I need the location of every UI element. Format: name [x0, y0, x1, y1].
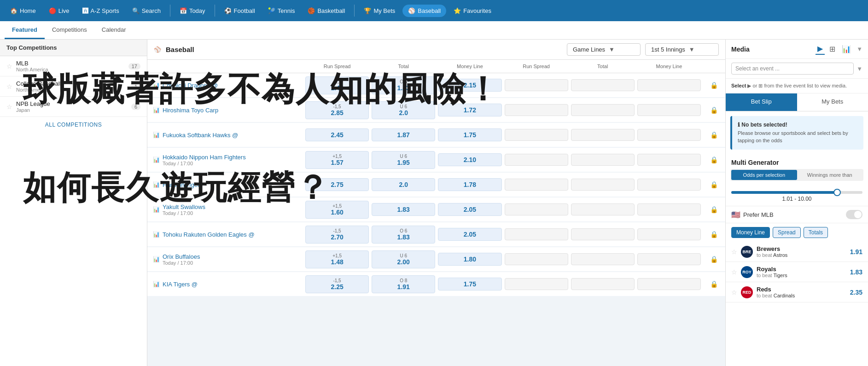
stats-icon[interactable]: 📊	[153, 157, 160, 163]
team-odds[interactable]: 1.91	[850, 248, 862, 256]
odds-button[interactable]: 1.80	[438, 253, 501, 266]
odds-value: 1.87	[374, 131, 433, 139]
odds-button[interactable]: 2.0	[372, 178, 435, 191]
odds-locked	[637, 154, 701, 166]
odds-locked	[505, 228, 568, 240]
tab-calendar[interactable]: Calendar	[94, 22, 134, 39]
football-icon: ⚽	[224, 7, 232, 14]
odds-button[interactable]: 1.87	[372, 128, 435, 141]
odds-button[interactable]: 2.15	[438, 79, 501, 92]
odds-button[interactable]: 1.83	[372, 203, 435, 216]
team-star-icon[interactable]: ☆	[731, 289, 737, 296]
odds-button[interactable]: U 6 1.95	[372, 151, 435, 169]
market-btn-money-line[interactable]: Money Line	[731, 227, 770, 238]
odds-locked	[505, 154, 568, 166]
innings-dropdown[interactable]: 1st 5 Innings ▼	[645, 43, 719, 56]
match-name[interactable]: Tohoku Rakuten Golden Eagles @	[163, 231, 255, 238]
nav-az-sports[interactable]: 🅰 A-Z Sports	[77, 5, 125, 17]
odds-button[interactable]: 2.05	[438, 228, 501, 241]
all-competitions-link[interactable]: ALL COMPETITIONS	[0, 117, 147, 133]
odds-button[interactable]: +1,5 1.60	[305, 201, 369, 219]
stats-icon[interactable]: 📊	[153, 231, 160, 238]
odds-button[interactable]: O 6 1.83	[372, 76, 435, 94]
odds-button[interactable]: U 6 2.00	[372, 250, 435, 268]
match-name[interactable]: Fukuoka Softbank Hawks @	[163, 132, 238, 139]
sidebar-item-mlb[interactable]: ☆ MLB North America 17	[0, 56, 147, 76]
odds-button[interactable]: -1,5 2.25	[305, 275, 369, 293]
odds-locked	[505, 278, 568, 290]
odds-button[interactable]: 2.45	[305, 128, 369, 141]
nav-favourites[interactable]: ⭐ Favourites	[448, 5, 497, 17]
odds-button[interactable]: -1,5 2.85	[305, 101, 369, 119]
game-lines-dropdown[interactable]: Game Lines ▼	[567, 43, 641, 56]
nav-baseball[interactable]: ⚾ Baseball	[402, 5, 446, 17]
stats-icon[interactable]: 📊	[153, 82, 160, 88]
nav-tennis[interactable]: 🎾 Tennis	[262, 5, 301, 17]
tab-my-bets[interactable]: My Bets	[797, 93, 868, 111]
odds-locked	[637, 228, 701, 240]
market-btn-spread[interactable]: Spread	[773, 227, 801, 238]
home-icon: 🏠	[10, 7, 17, 14]
market-btn-totals[interactable]: Totals	[804, 227, 828, 238]
nav-basketball[interactable]: 🏀 Basketball	[302, 5, 350, 17]
multi-generator-title: Multi Generator	[726, 154, 868, 169]
stats-icon[interactable]: 📊	[153, 281, 160, 287]
nav-live[interactable]: 🔴 Live	[43, 5, 75, 17]
tab-winnings-more-than[interactable]: Winnings more than	[797, 170, 863, 180]
odds-button[interactable]: 2.10	[438, 153, 501, 166]
odds-button[interactable]: O 8 1.91	[372, 275, 435, 293]
odds-value: 2.75	[308, 181, 367, 188]
odds-button[interactable]: +1,5 1.57	[305, 151, 369, 169]
media-grid-icon[interactable]: ⊞	[827, 43, 837, 55]
stats-icon[interactable]: 📊	[153, 181, 160, 188]
tab-featured[interactable]: Featured	[5, 22, 45, 39]
odds-button[interactable]: U 6 2.0	[372, 101, 435, 119]
match-name[interactable]: Hiroshima Toyo Carp	[163, 107, 218, 114]
sidebar-item-npb[interactable]: ☆ NPB League Japan 6	[0, 97, 147, 117]
odds-button[interactable]: 1.75	[438, 278, 501, 290]
odds-button[interactable]: 1.72	[438, 104, 501, 116]
team-star-icon[interactable]: ☆	[731, 248, 737, 256]
team-odds[interactable]: 2.35	[850, 289, 862, 296]
prefer-mlb-toggle[interactable]	[846, 210, 862, 219]
match-name[interactable]: Hokkaido Nippon Ham Fighters	[163, 154, 246, 161]
lock-icon: 🔒	[702, 206, 725, 213]
col-total-2: Total	[570, 62, 636, 71]
column-headers: Run Spread Total Money Line Run Spread T…	[147, 60, 725, 73]
match-name[interactable]: Hanshin Tigers	[163, 181, 203, 188]
nav-home[interactable]: 🏠 Home	[5, 5, 41, 17]
odds-button[interactable]: 2.75	[305, 178, 369, 191]
stats-icon[interactable]: 📊	[153, 256, 160, 262]
nav-search[interactable]: 🔍 Search	[127, 5, 166, 17]
odds-locked	[505, 253, 568, 265]
chevron-down-icon: ▼	[609, 46, 615, 53]
team-star-icon[interactable]: ☆	[731, 268, 737, 276]
media-video-icon[interactable]: ▶	[816, 43, 825, 55]
match-name[interactable]: KIA Tigers @	[163, 281, 198, 288]
match-row: 📊 Hanshin Tigers 2.75 2.0	[147, 173, 725, 197]
odds-button[interactable]: +1,5 1.48	[305, 250, 369, 268]
media-chart-icon[interactable]: 📊	[840, 43, 853, 55]
nav-today[interactable]: 📅 Today	[174, 5, 211, 17]
tab-competitions[interactable]: Competitions	[45, 22, 94, 39]
nav-my-bets[interactable]: 🏆 My Bets	[358, 5, 401, 17]
match-name[interactable]: Chunichi Dragons @	[163, 82, 218, 89]
odds-button[interactable]: 1.78	[438, 178, 501, 191]
odds-button[interactable]: O 6 1.83	[372, 226, 435, 244]
odds-button[interactable]: +1,5 1.44	[305, 76, 369, 94]
tab-bet-slip[interactable]: Bet Slip	[726, 93, 797, 111]
odds-button[interactable]: -1,5 2.70	[305, 226, 369, 244]
odds-slider-handle[interactable]	[833, 189, 841, 196]
nav-football[interactable]: ⚽ Football	[219, 5, 261, 17]
event-select-dropdown[interactable]: Select an event ...	[731, 63, 854, 75]
team-odds[interactable]: 1.83	[850, 268, 862, 276]
sidebar-item-college-baseball[interactable]: ☆ College Baseball North America 1	[0, 76, 147, 97]
stats-icon[interactable]: 📊	[153, 206, 160, 213]
stats-icon[interactable]: 📊	[153, 132, 160, 138]
match-name[interactable]: Yakult Swallows	[163, 203, 205, 210]
stats-icon[interactable]: 📊	[153, 107, 160, 113]
odds-button[interactable]: 2.05	[438, 203, 501, 216]
match-name[interactable]: Orix Buffaloes	[163, 253, 200, 260]
tab-odds-per-selection[interactable]: Odds per selection	[731, 170, 797, 180]
odds-button[interactable]: 1.75	[438, 128, 501, 141]
